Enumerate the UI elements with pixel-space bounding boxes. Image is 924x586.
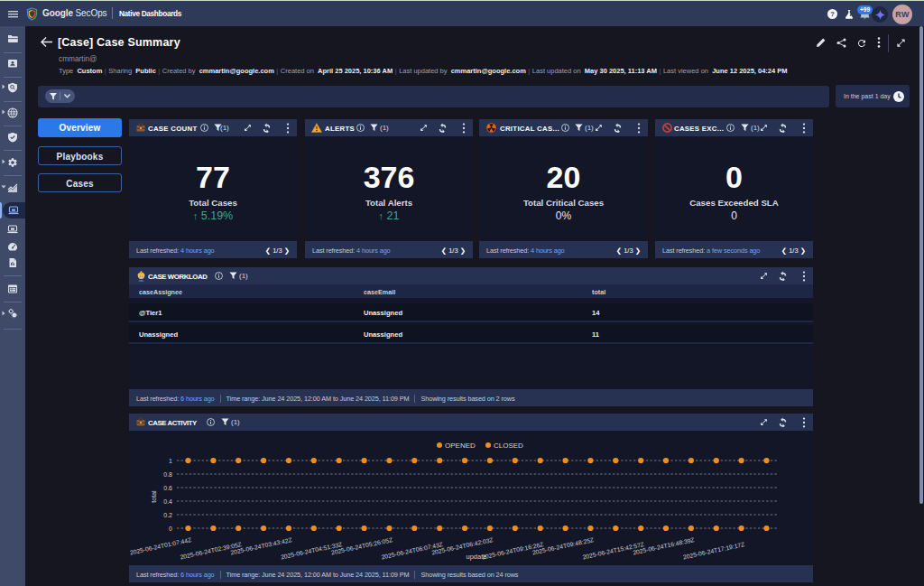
svg-text:total: total — [151, 490, 157, 503]
svg-text:0.4: 0.4 — [163, 498, 172, 505]
svg-text:OPENED: OPENED — [445, 442, 476, 450]
svg-text:update: update — [467, 553, 487, 561]
svg-text:CLOSED: CLOSED — [494, 442, 523, 450]
svg-text:?: ? — [830, 10, 835, 18]
svg-text:2025-06-24T17:19:17Z: 2025-06-24T17:19:17Z — [682, 541, 744, 560]
svg-text:0.6: 0.6 — [163, 485, 172, 491]
svg-text:0.8: 0.8 — [163, 471, 172, 478]
svg-text:0.2: 0.2 — [163, 512, 172, 518]
svg-text:1: 1 — [169, 458, 172, 464]
svg-text:0: 0 — [169, 526, 172, 532]
